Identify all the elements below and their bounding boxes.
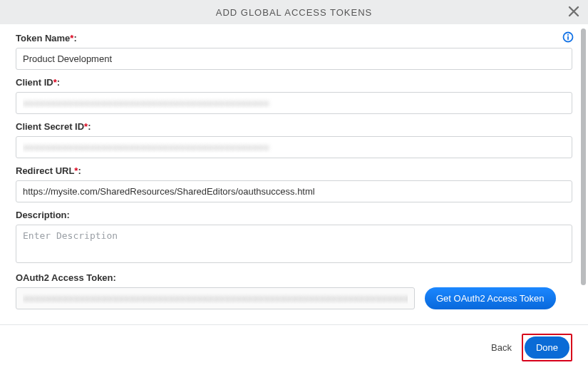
input-client-secret[interactable] (16, 136, 572, 158)
label-client-secret: Client Secret ID*: (16, 121, 572, 132)
field-token-name: Token Name*: (16, 33, 572, 70)
input-description[interactable] (16, 225, 572, 263)
modal-body: Token Name*: Client ID*: Client Secret I… (0, 24, 588, 324)
field-client-secret: Client Secret ID*: (16, 121, 572, 158)
modal-title: ADD GLOBAL ACCESS TOKENS (216, 7, 373, 18)
info-icon[interactable] (562, 31, 574, 45)
label-redirect-url: Redirect URL*: (16, 165, 572, 176)
label-oauth-token: OAuth2 Access Token: (16, 272, 572, 283)
input-redirect-url[interactable] (16, 180, 572, 202)
done-highlight: Done (522, 334, 572, 361)
modal-add-global-access-tokens: ADD GLOBAL ACCESS TOKENS Token Name*: Cl… (0, 0, 588, 370)
modal-header: ADD GLOBAL ACCESS TOKENS (0, 0, 588, 24)
label-token-name: Token Name*: (16, 33, 572, 43)
input-token-name[interactable] (16, 48, 572, 70)
scrollbar-thumb[interactable] (581, 29, 586, 285)
oauth-row: Get OAuth2 Access Token (16, 287, 572, 309)
field-redirect-url: Redirect URL*: (16, 165, 572, 202)
get-oauth-token-button[interactable]: Get OAuth2 Access Token (425, 287, 556, 309)
label-client-id: Client ID*: (16, 77, 572, 88)
svg-rect-1 (567, 36, 569, 40)
modal-footer: Back Done (0, 324, 588, 370)
field-client-id: Client ID*: (16, 77, 572, 114)
done-button[interactable]: Done (525, 336, 569, 359)
label-description: Description: (16, 210, 572, 220)
field-oauth-token: OAuth2 Access Token: Get OAuth2 Access T… (16, 272, 572, 309)
svg-rect-2 (567, 34, 569, 36)
field-description: Description: (16, 210, 572, 265)
close-icon[interactable] (567, 4, 581, 21)
input-oauth-token[interactable] (16, 287, 415, 309)
input-client-id[interactable] (16, 92, 572, 114)
back-button[interactable]: Back (491, 342, 512, 353)
